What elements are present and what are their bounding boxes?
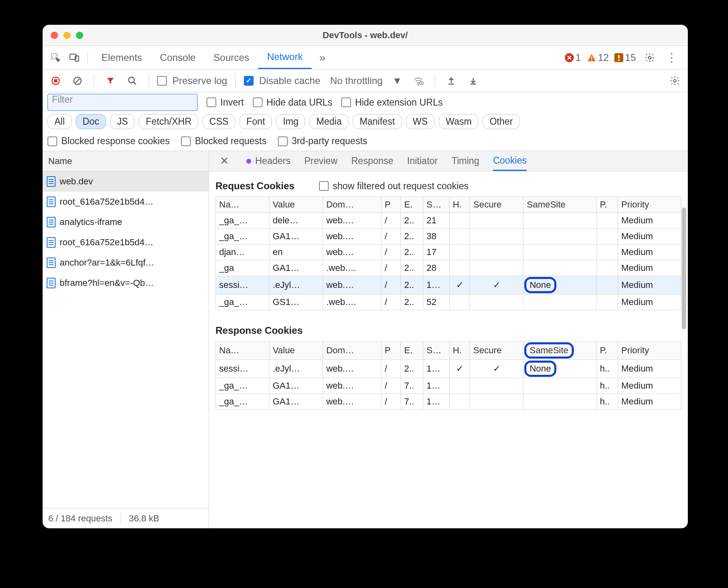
cookie-row[interactable]: sessi….eJyl…web.…/2..1…✓✓Noneh..Medium xyxy=(216,360,681,378)
request-row[interactable]: web.dev xyxy=(43,171,209,192)
filter-input[interactable]: Filter xyxy=(47,94,198,111)
issues-badge[interactable]: 15 xyxy=(614,52,636,63)
main-split: Name web.devroot_616a752e1b5d4…analytics… xyxy=(43,151,688,528)
cookie-row[interactable]: _ga_…dele…web.…/2..21Medium xyxy=(216,213,681,229)
cookie-col-header[interactable]: Value xyxy=(269,197,323,213)
chip-doc[interactable]: Doc xyxy=(76,114,106,129)
chip-font[interactable]: Font xyxy=(239,114,272,129)
device-toggle-icon[interactable] xyxy=(66,50,82,66)
cookie-row[interactable]: _ga_…GA1…web.…/7..1…h..Medium xyxy=(216,394,681,410)
headers-override-dot-icon xyxy=(246,159,251,164)
throttling-select[interactable]: No throttling ▼ xyxy=(330,75,402,86)
tab-sources[interactable]: Sources xyxy=(205,46,258,69)
warnings-badge[interactable]: 12 xyxy=(587,52,609,63)
show-filtered-checkbox[interactable]: show filtered out request cookies xyxy=(319,181,469,192)
blocked-requests-checkbox[interactable] xyxy=(181,136,191,146)
cookie-col-header[interactable]: P. xyxy=(597,342,618,360)
name-column-header[interactable]: Name xyxy=(43,151,209,171)
document-icon xyxy=(47,217,56,227)
cookie-row[interactable]: djan…enweb.…/2..17Medium xyxy=(216,244,681,260)
cookie-row[interactable]: _ga_…GS1….web.…/2..52Medium xyxy=(216,294,681,310)
cookie-col-header[interactable]: Priority xyxy=(618,342,681,360)
clear-icon[interactable] xyxy=(69,73,86,89)
detail-tab-timing[interactable]: Timing xyxy=(452,156,479,166)
detail-tab-response[interactable]: Response xyxy=(351,156,394,166)
cookie-col-header[interactable]: S… xyxy=(423,342,450,360)
cookie-col-header[interactable]: E. xyxy=(401,197,423,213)
tab-elements[interactable]: Elements xyxy=(93,46,151,69)
more-icon[interactable]: ⋮ xyxy=(663,50,680,66)
chip-other[interactable]: Other xyxy=(482,114,520,129)
chip-media[interactable]: Media xyxy=(309,114,349,129)
detail-tab-headers[interactable]: Headers xyxy=(255,156,291,166)
tab-network[interactable]: Network xyxy=(258,46,312,69)
blocked-response-cookies-checkbox[interactable] xyxy=(47,136,57,146)
cookie-col-header[interactable]: Secure xyxy=(470,342,523,360)
request-row[interactable]: root_616a752e1b5d4… xyxy=(43,192,209,212)
cookie-col-header[interactable]: Secure xyxy=(470,197,523,213)
cookie-col-header[interactable]: SameSite xyxy=(523,342,597,360)
cookie-col-header[interactable]: H. xyxy=(449,342,470,360)
network-settings-icon[interactable] xyxy=(667,73,683,89)
chip-css[interactable]: CSS xyxy=(202,114,235,129)
more-tabs-icon[interactable]: » xyxy=(314,50,330,66)
cookie-col-header[interactable]: P xyxy=(381,197,401,213)
chip-ws[interactable]: WS xyxy=(406,114,435,129)
document-icon xyxy=(47,237,56,248)
request-row[interactable]: anchor?ar=1&k=6Lfqf… xyxy=(43,253,209,273)
chip-manifest[interactable]: Manifest xyxy=(353,114,402,129)
cookie-col-header[interactable]: Na… xyxy=(216,197,269,213)
chip-js[interactable]: JS xyxy=(110,114,135,129)
hide-data-urls-checkbox[interactable] xyxy=(253,97,263,107)
filter-row: Filter Invert Hide data URLs Hide extens… xyxy=(43,92,688,112)
name-pane-footer: 6 / 184 requests 36.8 kB xyxy=(43,508,209,528)
invert-checkbox[interactable] xyxy=(207,97,216,107)
cookie-col-header[interactable]: Dom… xyxy=(323,342,381,360)
cookie-row[interactable]: _ga_…GA1…web.…/7..1…h..Medium xyxy=(216,378,681,394)
settings-icon[interactable] xyxy=(642,50,658,66)
filter-icon[interactable] xyxy=(102,73,118,89)
hide-data-urls-label: Hide data URLs xyxy=(267,97,332,108)
network-conditions-icon[interactable] xyxy=(410,73,426,89)
errors-badge[interactable]: 1 xyxy=(565,52,581,63)
cookie-col-header[interactable]: Dom… xyxy=(323,197,381,213)
hide-ext-urls-checkbox[interactable] xyxy=(341,97,351,107)
close-detail-icon[interactable]: ✕ xyxy=(216,153,233,169)
cookie-col-header[interactable]: Value xyxy=(269,342,323,360)
chip-all[interactable]: All xyxy=(47,114,72,129)
cookie-row[interactable]: _ga_…GA1…web.…/2..38Medium xyxy=(216,229,681,244)
cookie-col-header[interactable]: H. xyxy=(449,197,470,213)
document-icon xyxy=(47,176,56,187)
request-row[interactable]: analytics-iframe xyxy=(43,212,209,232)
cookie-col-header[interactable]: Na… xyxy=(216,342,269,360)
chip-wasm[interactable]: Wasm xyxy=(439,114,478,129)
request-row[interactable]: root_616a752e1b5d4… xyxy=(43,232,209,253)
cookie-col-header[interactable]: P. xyxy=(597,197,618,213)
detail-tab-preview[interactable]: Preview xyxy=(304,156,338,166)
third-party-checkbox[interactable] xyxy=(278,136,288,146)
inspect-element-icon[interactable] xyxy=(47,50,64,66)
chip-fetchxhr[interactable]: Fetch/XHR xyxy=(139,114,198,129)
request-row[interactable]: bframe?hl=en&v=-Qb… xyxy=(43,273,209,293)
search-icon[interactable] xyxy=(124,73,140,89)
cookie-col-header[interactable]: E. xyxy=(401,342,423,360)
document-icon xyxy=(47,278,56,288)
record-icon[interactable] xyxy=(47,73,64,89)
cookie-col-header[interactable]: S… xyxy=(423,197,450,213)
download-icon[interactable] xyxy=(465,73,481,89)
svg-rect-4 xyxy=(591,56,592,59)
tab-console[interactable]: Console xyxy=(151,46,205,69)
detail-tab-cookies[interactable]: Cookies xyxy=(493,151,527,171)
cookie-col-header[interactable]: SameSite xyxy=(523,197,597,213)
upload-icon[interactable] xyxy=(443,73,459,89)
cookie-col-header[interactable]: Priority xyxy=(618,197,681,213)
cookie-col-header[interactable]: P xyxy=(381,342,401,360)
chip-img[interactable]: Img xyxy=(276,114,305,129)
preserve-log-checkbox[interactable] xyxy=(157,76,167,86)
detail-tab-initiator[interactable]: Initiator xyxy=(407,156,437,166)
disable-cache-checkbox[interactable] xyxy=(244,76,254,86)
cookie-row[interactable]: sessi….eJyl…web.…/2..1…✓✓NoneMedium xyxy=(216,276,681,294)
cookie-row[interactable]: _gaGA1….web.…/2..28Medium xyxy=(216,260,681,276)
name-pane: Name web.devroot_616a752e1b5d4…analytics… xyxy=(43,151,209,528)
scrollbar[interactable] xyxy=(682,208,686,329)
